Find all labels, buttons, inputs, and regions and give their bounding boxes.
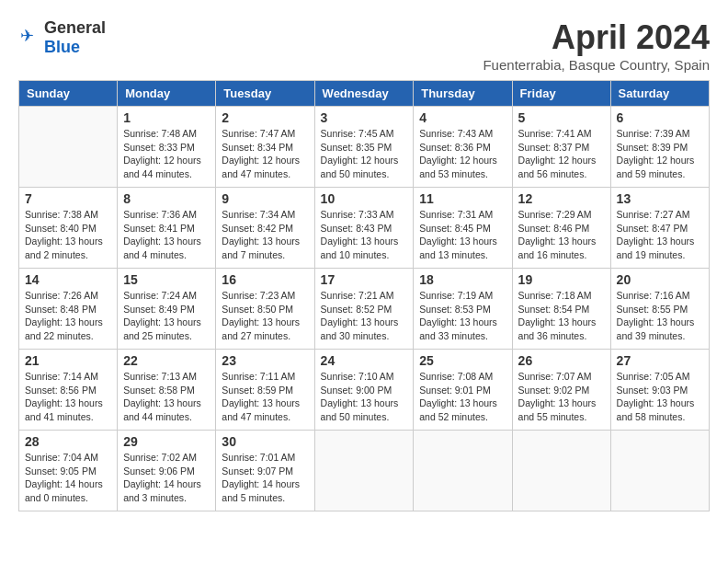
logo-general: General [44, 18, 106, 37]
day-of-week-header: Wednesday [314, 81, 414, 107]
day-info: Sunrise: 7:38 AMSunset: 8:40 PMDaylight:… [25, 208, 111, 262]
calendar-day-cell: 25Sunrise: 7:08 AMSunset: 9:01 PMDayligh… [414, 350, 512, 431]
calendar-day-cell: 11Sunrise: 7:31 AMSunset: 8:45 PMDayligh… [414, 188, 512, 269]
calendar-day-cell: 21Sunrise: 7:14 AMSunset: 8:56 PMDayligh… [19, 350, 118, 431]
day-of-week-header: Tuesday [216, 81, 314, 107]
calendar-day-cell: 19Sunrise: 7:18 AMSunset: 8:54 PMDayligh… [512, 269, 610, 350]
calendar-day-cell: 2Sunrise: 7:47 AMSunset: 8:34 PMDaylight… [216, 107, 314, 188]
day-of-week-header: Monday [118, 81, 216, 107]
calendar-week-row: 14Sunrise: 7:26 AMSunset: 8:48 PMDayligh… [19, 269, 710, 350]
day-number: 5 [518, 110, 605, 125]
day-info: Sunrise: 7:02 AMSunset: 9:06 PMDaylight:… [123, 451, 210, 505]
day-info: Sunrise: 7:04 AMSunset: 9:05 PMDaylight:… [25, 451, 111, 505]
day-number: 30 [222, 434, 308, 449]
day-number: 4 [419, 110, 506, 125]
day-info: Sunrise: 7:39 AMSunset: 8:39 PMDaylight:… [617, 127, 703, 181]
day-info: Sunrise: 7:47 AMSunset: 8:34 PMDaylight:… [222, 127, 308, 181]
day-number: 14 [25, 272, 111, 287]
calendar-day-cell: 7Sunrise: 7:38 AMSunset: 8:40 PMDaylight… [19, 188, 118, 269]
day-number: 28 [25, 434, 111, 449]
day-info: Sunrise: 7:34 AMSunset: 8:42 PMDaylight:… [222, 208, 308, 262]
day-number: 26 [518, 353, 605, 368]
calendar-day-cell: 12Sunrise: 7:29 AMSunset: 8:46 PMDayligh… [512, 188, 610, 269]
day-of-week-header: Sunday [19, 81, 118, 107]
day-number: 20 [617, 272, 703, 287]
calendar-day-cell: 27Sunrise: 7:05 AMSunset: 9:03 PMDayligh… [610, 350, 709, 431]
calendar-header-row: SundayMondayTuesdayWednesdayThursdayFrid… [19, 81, 710, 107]
calendar-day-cell: 8Sunrise: 7:36 AMSunset: 8:41 PMDaylight… [118, 188, 216, 269]
day-number: 19 [518, 272, 605, 287]
calendar-day-cell: 18Sunrise: 7:19 AMSunset: 8:53 PMDayligh… [414, 269, 512, 350]
day-info: Sunrise: 7:16 AMSunset: 8:55 PMDaylight:… [617, 289, 703, 343]
day-number: 9 [222, 191, 308, 206]
day-info: Sunrise: 7:45 AMSunset: 8:35 PMDaylight:… [321, 127, 408, 181]
calendar-day-cell [19, 107, 118, 188]
title-section: April 2024 Fuenterrabia, Basque Country,… [483, 18, 710, 73]
day-number: 8 [123, 191, 210, 206]
day-info: Sunrise: 7:24 AMSunset: 8:49 PMDaylight:… [123, 289, 210, 343]
calendar-day-cell: 9Sunrise: 7:34 AMSunset: 8:42 PMDaylight… [216, 188, 314, 269]
day-info: Sunrise: 7:18 AMSunset: 8:54 PMDaylight:… [518, 289, 605, 343]
day-number: 1 [123, 110, 210, 125]
day-number: 10 [321, 191, 408, 206]
calendar-table: SundayMondayTuesdayWednesdayThursdayFrid… [18, 80, 710, 511]
calendar-week-row: 1Sunrise: 7:48 AMSunset: 8:33 PMDaylight… [19, 107, 710, 188]
calendar-day-cell: 17Sunrise: 7:21 AMSunset: 8:52 PMDayligh… [314, 269, 414, 350]
calendar-week-row: 28Sunrise: 7:04 AMSunset: 9:05 PMDayligh… [19, 431, 710, 511]
day-number: 17 [321, 272, 408, 287]
day-of-week-header: Friday [512, 81, 610, 107]
day-number: 29 [123, 434, 210, 449]
day-number: 13 [617, 191, 703, 206]
day-info: Sunrise: 7:01 AMSunset: 9:07 PMDaylight:… [222, 451, 308, 505]
day-number: 16 [222, 272, 308, 287]
day-info: Sunrise: 7:13 AMSunset: 8:58 PMDaylight:… [123, 370, 210, 424]
day-number: 11 [419, 191, 506, 206]
logo-blue: Blue [44, 38, 80, 56]
day-of-week-header: Saturday [610, 81, 709, 107]
day-info: Sunrise: 7:43 AMSunset: 8:36 PMDaylight:… [419, 127, 506, 181]
day-info: Sunrise: 7:19 AMSunset: 8:53 PMDaylight:… [419, 289, 506, 343]
day-number: 6 [617, 110, 703, 125]
calendar-day-cell: 30Sunrise: 7:01 AMSunset: 9:07 PMDayligh… [216, 431, 314, 511]
day-number: 23 [222, 353, 308, 368]
calendar-day-cell: 26Sunrise: 7:07 AMSunset: 9:02 PMDayligh… [512, 350, 610, 431]
calendar-day-cell [314, 431, 414, 511]
calendar-day-cell: 1Sunrise: 7:48 AMSunset: 8:33 PMDaylight… [118, 107, 216, 188]
day-info: Sunrise: 7:14 AMSunset: 8:56 PMDaylight:… [25, 370, 111, 424]
day-info: Sunrise: 7:10 AMSunset: 9:00 PMDaylight:… [321, 370, 408, 424]
calendar-day-cell: 29Sunrise: 7:02 AMSunset: 9:06 PMDayligh… [118, 431, 216, 511]
day-of-week-header: Thursday [414, 81, 512, 107]
logo-icon: ✈ [18, 27, 40, 49]
day-number: 15 [123, 272, 210, 287]
day-info: Sunrise: 7:08 AMSunset: 9:01 PMDaylight:… [419, 370, 506, 424]
day-info: Sunrise: 7:21 AMSunset: 8:52 PMDaylight:… [321, 289, 408, 343]
calendar-day-cell: 22Sunrise: 7:13 AMSunset: 8:58 PMDayligh… [118, 350, 216, 431]
calendar-day-cell [414, 431, 512, 511]
svg-text:✈: ✈ [20, 27, 34, 45]
month-year-title: April 2024 [483, 18, 710, 57]
logo: ✈ General Blue [18, 18, 106, 57]
day-number: 18 [419, 272, 506, 287]
day-info: Sunrise: 7:41 AMSunset: 8:37 PMDaylight:… [518, 127, 605, 181]
calendar-week-row: 21Sunrise: 7:14 AMSunset: 8:56 PMDayligh… [19, 350, 710, 431]
day-number: 24 [321, 353, 408, 368]
day-info: Sunrise: 7:48 AMSunset: 8:33 PMDaylight:… [123, 127, 210, 181]
calendar-week-row: 7Sunrise: 7:38 AMSunset: 8:40 PMDaylight… [19, 188, 710, 269]
logo-text: General Blue [44, 18, 106, 57]
day-number: 21 [25, 353, 111, 368]
calendar-day-cell: 20Sunrise: 7:16 AMSunset: 8:55 PMDayligh… [610, 269, 709, 350]
day-info: Sunrise: 7:23 AMSunset: 8:50 PMDaylight:… [222, 289, 308, 343]
day-number: 25 [419, 353, 506, 368]
calendar-day-cell: 3Sunrise: 7:45 AMSunset: 8:35 PMDaylight… [314, 107, 414, 188]
calendar-day-cell: 6Sunrise: 7:39 AMSunset: 8:39 PMDaylight… [610, 107, 709, 188]
day-info: Sunrise: 7:31 AMSunset: 8:45 PMDaylight:… [419, 208, 506, 262]
day-info: Sunrise: 7:33 AMSunset: 8:43 PMDaylight:… [321, 208, 408, 262]
calendar-day-cell: 23Sunrise: 7:11 AMSunset: 8:59 PMDayligh… [216, 350, 314, 431]
day-number: 22 [123, 353, 210, 368]
page-header: ✈ General Blue April 2024 Fuenterrabia, … [18, 18, 710, 73]
day-info: Sunrise: 7:29 AMSunset: 8:46 PMDaylight:… [518, 208, 605, 262]
day-number: 7 [25, 191, 111, 206]
calendar-day-cell: 4Sunrise: 7:43 AMSunset: 8:36 PMDaylight… [414, 107, 512, 188]
calendar-day-cell: 16Sunrise: 7:23 AMSunset: 8:50 PMDayligh… [216, 269, 314, 350]
calendar-day-cell: 15Sunrise: 7:24 AMSunset: 8:49 PMDayligh… [118, 269, 216, 350]
